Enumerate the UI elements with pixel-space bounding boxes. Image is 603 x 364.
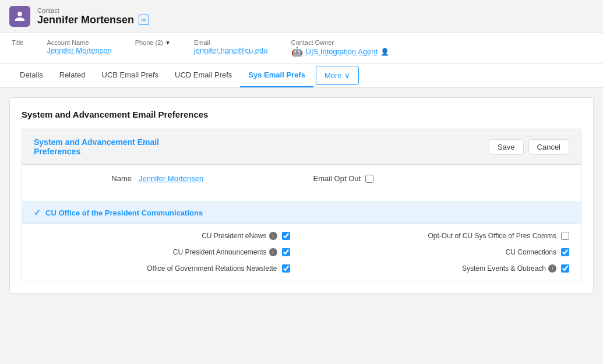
page-header: Contact Jennifer Mortensen [0, 0, 603, 33]
checkbox-system-events-outreach[interactable] [561, 264, 569, 273]
field-cu-president-announcements: CU President Announcements i [34, 248, 290, 256]
tab-ucd-email-prefs[interactable]: UCD Email Prefs [167, 63, 240, 87]
tabs-bar: Details Related UCB Email Prefs UCD Emai… [0, 63, 603, 88]
owner-field: Contact Owner 🤖 UIS Integration Agent 👤 [291, 39, 390, 57]
email-field: Email jennifer.hane@cu.edu [194, 39, 268, 57]
checkbox-grid: CU President eNews i Opt-Out of CU Sys O… [34, 232, 569, 273]
section-card: System and Advancement Email Preferences… [9, 97, 594, 294]
tab-ucb-email-prefs[interactable]: UCB Email Prefs [94, 63, 167, 87]
collapsible-section: ✓ CU Office of the President Communicati… [22, 202, 581, 281]
link-icon[interactable] [139, 15, 149, 25]
cancel-button[interactable]: Cancel [528, 139, 569, 155]
phone-field: Phone (2) ▼ [135, 39, 171, 57]
header-text: Contact Jennifer Mortensen [37, 7, 149, 26]
page-title: Jennifer Mortensen [37, 14, 149, 26]
email-link[interactable]: jennifer.hane@cu.edu [194, 46, 268, 55]
tab-sys-email-prefs[interactable]: Sys Email Prefs [240, 63, 313, 87]
email-opt-out-label: Email Opt Out [313, 174, 361, 183]
tab-details[interactable]: Details [12, 63, 51, 87]
email-opt-out-checkbox[interactable] [365, 175, 373, 183]
inner-card: System and Advancement Email Preferences… [22, 129, 581, 281]
inner-card-title: System and Advancement Email Preferences [34, 137, 159, 156]
checkbox-cu-president-enews[interactable] [282, 232, 290, 240]
account-name-field: Account Name Jennifer Mortensen [47, 39, 111, 57]
info-icon-system-events: i [548, 264, 556, 273]
tab-more[interactable]: More ∨ [316, 66, 359, 85]
chevron-down-icon: ∨ [344, 71, 350, 80]
account-name-link[interactable]: Jennifer Mortensen [47, 46, 111, 55]
checkbox-cu-president-announcements[interactable] [282, 248, 290, 256]
title-field: Title [12, 39, 23, 57]
info-icon-enews: i [269, 232, 277, 240]
info-icon-announcements: i [269, 248, 277, 256]
checkbox-cu-connections[interactable] [561, 248, 569, 256]
info-bar: Title Account Name Jennifer Mortensen Ph… [0, 33, 603, 63]
checkbox-gov-relations-newsletter[interactable] [282, 264, 290, 273]
field-cu-president-enews: CU President eNews i [34, 232, 290, 240]
owner-link[interactable]: UIS Integration Agent [306, 47, 378, 56]
tab-related[interactable]: Related [51, 63, 94, 87]
field-gov-relations-newsletter: Office of Government Relations Newslette [34, 264, 290, 273]
phone-chevron-icon[interactable]: ▼ [165, 40, 171, 46]
collapsible-content: CU President eNews i Opt-Out of CU Sys O… [22, 224, 581, 281]
field-opt-out-sys-office: Opt-Out of CU Sys Office of Pres Comms [313, 232, 570, 240]
inner-card-actions: Save Cancel [489, 139, 569, 155]
collapse-icon: ✓ [34, 208, 41, 217]
inner-card-header: System and Advancement Email Preferences… [22, 129, 581, 165]
field-system-events-outreach: System Events & Outreach i [313, 264, 570, 273]
name-label: Name [34, 174, 139, 183]
collapsible-header[interactable]: ✓ CU Office of the President Communicati… [22, 202, 581, 224]
checkbox-opt-out-sys-office[interactable] [561, 232, 569, 240]
form-area: Name Jennifer Mortensen Email Opt Out [22, 165, 581, 202]
main-content: System and Advancement Email Preferences… [0, 88, 603, 359]
contact-icon [9, 6, 30, 27]
save-button[interactable]: Save [489, 139, 524, 155]
section-title: System and Advancement Email Preferences [22, 109, 581, 119]
field-cu-connections: CU Connections [313, 248, 570, 256]
breadcrumb: Contact [37, 7, 149, 14]
name-value[interactable]: Jennifer Mortensen [139, 174, 203, 183]
